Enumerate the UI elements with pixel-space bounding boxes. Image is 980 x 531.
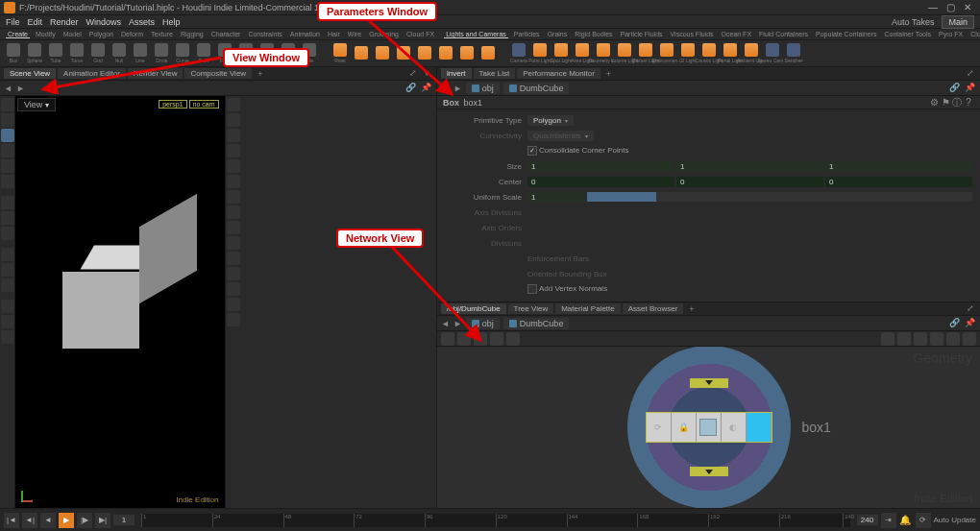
tab-network[interactable]: /obj/DumbCube xyxy=(441,303,506,314)
tool-grid[interactable]: Grid xyxy=(88,43,108,64)
vt-disp-icon[interactable] xyxy=(227,221,240,234)
tab-anim-editor[interactable]: Animation Editor xyxy=(58,68,126,79)
net-tool-icon[interactable] xyxy=(946,332,960,346)
shelf-cat[interactable]: Pyro FX xyxy=(937,31,965,37)
menu-windows[interactable]: Windows xyxy=(86,17,122,27)
vt-tool-icon[interactable] xyxy=(1,315,14,328)
tab-render-view[interactable]: Render View xyxy=(128,68,184,79)
size-x-input[interactable]: 1 xyxy=(527,161,674,172)
vt-lasso-icon[interactable] xyxy=(1,113,14,127)
nav-back-icon[interactable]: ◄ xyxy=(441,84,450,93)
net-tool-icon[interactable] xyxy=(474,332,487,346)
vt-disp-icon[interactable] xyxy=(227,159,240,173)
shelf-cat[interactable]: Animation xyxy=(288,31,322,37)
center-x-input[interactable]: 0 xyxy=(527,177,674,187)
menu-render[interactable]: Render xyxy=(50,17,79,27)
vt-disp-icon[interactable] xyxy=(227,236,240,250)
tool-item[interactable] xyxy=(436,43,455,64)
net-tool-icon[interactable] xyxy=(963,332,976,346)
gear-icon[interactable]: ⚙ xyxy=(928,97,940,108)
camera-badge[interactable]: persp1no cam xyxy=(159,100,218,109)
flag-icon[interactable]: ⚑ xyxy=(940,97,951,108)
vt-disp-icon[interactable] xyxy=(227,252,240,265)
shelf-cat[interactable]: Modify xyxy=(34,31,58,37)
shelf-cat[interactable]: Ocean FX xyxy=(720,31,754,37)
vt-disp-icon[interactable] xyxy=(227,113,240,127)
tool-rivet[interactable]: Rivet xyxy=(331,43,350,64)
pin-icon[interactable]: 📌 xyxy=(421,83,432,94)
vt-render-icon[interactable] xyxy=(1,248,14,261)
vt-disp-icon[interactable] xyxy=(227,205,240,219)
vt-disp-icon[interactable] xyxy=(227,144,240,157)
shelf-cat[interactable]: Viscous Fluids xyxy=(669,31,716,37)
uniform-scale-input[interactable]: 1 xyxy=(527,192,585,203)
shelf-cat[interactable]: Constraints xyxy=(246,31,283,37)
menu-assets[interactable]: Assets xyxy=(129,17,155,27)
vt-disp-icon[interactable] xyxy=(227,175,240,188)
net-tool-icon[interactable] xyxy=(881,332,894,346)
consolidate-checkbox[interactable]: ✓ xyxy=(527,146,537,156)
shelf-cat[interactable]: Wire xyxy=(346,31,363,37)
menu-file[interactable]: File xyxy=(6,17,20,27)
play-button[interactable]: ▶ xyxy=(59,513,74,528)
vt-tool-icon[interactable] xyxy=(1,300,14,313)
shelf-cat[interactable]: Rigid Bodies xyxy=(573,31,614,37)
tool-null[interactable]: Null xyxy=(110,43,129,64)
tool-vollight[interactable]: Volume Light xyxy=(615,43,634,64)
primitive-type-dropdown[interactable]: Polygon xyxy=(527,115,574,126)
shelf-cat[interactable]: Container Tools xyxy=(882,31,933,37)
tool-item[interactable] xyxy=(394,43,413,64)
net-tool-icon[interactable] xyxy=(930,332,943,346)
close-button[interactable]: ✕ xyxy=(959,1,976,14)
menu-edit[interactable]: Edit xyxy=(28,17,43,27)
path-obj[interactable]: obj xyxy=(466,83,500,94)
shelf-cat[interactable]: Fluid Containers xyxy=(757,31,810,37)
network-node-box1[interactable]: ⟳ 🔒 ◐ box1 xyxy=(627,347,791,508)
minimize-button[interactable]: — xyxy=(924,1,942,14)
net-tool-icon[interactable] xyxy=(506,332,520,346)
realtime-icon[interactable]: 🔔 xyxy=(899,515,913,525)
link-icon[interactable]: 🔗 xyxy=(949,318,961,329)
tool-item[interactable] xyxy=(478,43,498,64)
pin-icon[interactable]: 📌 xyxy=(965,318,976,329)
pin-icon[interactable]: 📌 xyxy=(965,83,976,94)
goto-end-button[interactable]: ▶| xyxy=(95,513,110,528)
nav-back-icon[interactable]: ◄ xyxy=(4,84,12,93)
nav-fwd-icon[interactable]: ► xyxy=(453,84,462,93)
network-canvas[interactable]: Geometry Indie Edition ⟳ 🔒 ◐ xyxy=(437,347,980,508)
vt-rotate-icon[interactable] xyxy=(1,159,14,173)
size-z-input[interactable]: 1 xyxy=(825,161,972,172)
current-frame-input[interactable]: 1 xyxy=(113,515,135,525)
step-back-button[interactable]: ◄| xyxy=(22,513,37,528)
net-tool-icon[interactable] xyxy=(490,332,503,346)
shelf-cat[interactable]: Polygon xyxy=(87,31,115,37)
tool-line[interactable]: Line xyxy=(131,43,150,64)
shelf-cat[interactable]: Cloth xyxy=(968,31,980,37)
shelf-cat[interactable]: Populate Containers xyxy=(814,31,878,37)
tool-item[interactable] xyxy=(457,43,477,64)
vt-disp-icon[interactable] xyxy=(227,129,240,142)
tool-pointlight[interactable]: Point Light xyxy=(530,43,550,64)
nav-fwd-icon[interactable]: ► xyxy=(16,84,25,93)
tool-spotlight[interactable]: Spot Light xyxy=(551,43,571,64)
shelf-cat[interactable]: Character xyxy=(209,31,243,37)
add-vertex-normals-checkbox[interactable] xyxy=(527,284,537,294)
shelf-cat[interactable]: Cloud FX xyxy=(404,31,436,37)
timeline-track[interactable]: 1 24 48 72 96 120 144 168 192 216 240 xyxy=(141,514,850,527)
pane-menu-icon[interactable]: ▾ xyxy=(421,68,432,80)
node-input-connector[interactable] xyxy=(690,378,728,388)
shelf-cat[interactable]: Particles xyxy=(512,31,542,37)
shelf-cat[interactable]: Rigging xyxy=(179,31,206,37)
update-mode-label[interactable]: Auto Update xyxy=(934,516,976,524)
vt-disp-icon[interactable] xyxy=(227,282,240,296)
shelf-cat[interactable]: Texture xyxy=(149,31,175,37)
tool-item[interactable] xyxy=(373,43,392,64)
center-z-input[interactable]: 0 xyxy=(825,177,972,187)
menu-help[interactable]: Help xyxy=(162,17,181,27)
tool-item[interactable] xyxy=(352,43,371,64)
vt-disp-icon[interactable] xyxy=(227,313,240,326)
vt-ipr-icon[interactable] xyxy=(1,263,14,277)
net-tool-icon[interactable] xyxy=(441,332,454,346)
path-node[interactable]: DumbCube xyxy=(503,318,570,329)
add-tab-button[interactable]: + xyxy=(602,69,615,79)
